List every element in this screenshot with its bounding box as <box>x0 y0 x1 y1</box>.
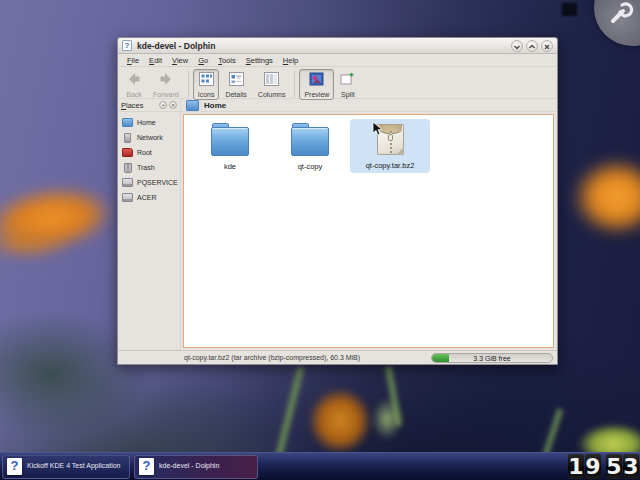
window-app-icon: ? <box>122 40 132 51</box>
menu-edit[interactable]: Edit <box>144 56 167 65</box>
plasma-cashew-button[interactable] <box>594 0 640 46</box>
back-button[interactable]: Back <box>121 69 147 100</box>
task-kickoff-test-app[interactable]: ? Kickoff KDE 4 Test Application <box>2 455 130 479</box>
file-view[interactable]: kde qt-copy qt-copy.tar.bz2 <box>183 114 554 348</box>
folder-icon <box>211 127 249 156</box>
taskbar-panel: ? Kickoff KDE 4 Test Application ? kde-d… <box>0 452 640 480</box>
place-item-root[interactable]: Root <box>118 145 180 160</box>
wallpaper-flower-bud <box>308 388 372 454</box>
main-toolbar: Back Forward Icons Details Columns Previ… <box>118 67 557 99</box>
mouse-cursor <box>372 121 384 141</box>
place-item-network[interactable]: Network <box>118 130 180 145</box>
capacity-label: 3.3 GiB free <box>432 354 552 362</box>
wallpaper-stem <box>273 366 306 456</box>
menu-view[interactable]: View <box>167 56 193 65</box>
root-folder-icon <box>122 148 133 157</box>
arrow-right-icon <box>158 72 174 90</box>
places-panel-header: Places • × <box>118 99 181 111</box>
clock-digit: 9 <box>585 454 601 479</box>
toolbar-separator <box>294 71 295 97</box>
forward-button[interactable]: Forward <box>148 69 184 100</box>
wallpaper-flower <box>572 158 640 236</box>
menu-go[interactable]: Go <box>193 56 213 65</box>
clock-digit: 1 <box>568 454 584 479</box>
columns-view-button[interactable]: Columns <box>253 69 291 100</box>
icons-view-button[interactable]: Icons <box>193 69 220 100</box>
panel-close-button[interactable]: × <box>169 101 177 109</box>
details-view-icon <box>229 72 244 90</box>
split-view-button[interactable]: Split <box>335 69 360 100</box>
trash-icon <box>124 163 132 173</box>
menu-settings[interactable]: Settings <box>241 56 278 65</box>
places-panel: Home Network Root Trash PQSERVICE ACER <box>118 112 181 350</box>
breadcrumb[interactable]: Home <box>181 100 226 111</box>
folder-icon <box>291 127 329 156</box>
place-item-acer[interactable]: ACER <box>118 190 180 205</box>
panel-header-row: Places • × Home <box>118 99 557 112</box>
menu-help[interactable]: Help <box>278 56 303 65</box>
details-view-button[interactable]: Details <box>220 69 251 100</box>
file-item-qt-copy-archive[interactable]: qt-copy.tar.bz2 <box>350 119 430 173</box>
places-panel-title: Places <box>121 101 157 110</box>
wallpaper-dark-patch <box>562 3 577 16</box>
preview-button[interactable]: Preview <box>299 69 334 100</box>
hard-drive-icon <box>122 178 133 187</box>
breadcrumb-home[interactable]: Home <box>204 101 226 110</box>
home-folder-icon <box>186 100 199 111</box>
question-mark-app-icon: ? <box>7 458 22 475</box>
clock-digit: 3 <box>623 454 639 479</box>
arrow-left-icon <box>126 72 142 90</box>
split-view-icon <box>340 72 355 90</box>
file-item-qt-copy[interactable]: qt-copy <box>270 119 350 174</box>
toolbar-separator <box>188 71 189 97</box>
place-item-trash[interactable]: Trash <box>118 160 180 175</box>
menu-bar: File Edit View Go Tools Settings Help <box>118 54 557 67</box>
panel-float-button[interactable]: • <box>159 101 167 109</box>
dolphin-window: ? kde-devel - Dolphin File Edit View Go … <box>117 37 558 365</box>
home-folder-icon <box>122 118 133 127</box>
wallpaper-flower <box>0 225 70 259</box>
hard-drive-icon <box>122 193 133 202</box>
menu-tools[interactable]: Tools <box>213 56 241 65</box>
maximize-button[interactable] <box>526 40 538 52</box>
wallpaper-stem <box>541 408 565 457</box>
chevron-up-icon <box>528 37 536 55</box>
status-info-text: qt-copy.tar.bz2 (tar archive (bzip-compr… <box>184 354 431 361</box>
close-icon <box>543 37 551 55</box>
status-bar: qt-copy.tar.bz2 (tar archive (bzip-compr… <box>118 350 557 364</box>
file-item-kde[interactable]: kde <box>190 119 270 174</box>
question-mark-app-icon: ? <box>139 458 154 475</box>
close-button[interactable] <box>541 40 553 52</box>
wallpaper-flower-bud <box>372 398 402 440</box>
chevron-down-icon <box>513 37 521 55</box>
columns-view-icon <box>264 72 279 90</box>
clock-digit: 5 <box>606 454 622 479</box>
disk-capacity-bar: 3.3 GiB free <box>431 353 553 363</box>
place-item-home[interactable]: Home <box>118 115 180 130</box>
icons-view-icon <box>199 72 214 90</box>
task-dolphin[interactable]: ? kde-devel - Dolphin <box>134 455 258 479</box>
network-icon <box>124 133 131 143</box>
digital-clock-widget[interactable]: 1 9 5 3 <box>568 454 639 479</box>
title-bar[interactable]: ? kde-devel - Dolphin <box>118 38 557 54</box>
minimize-button[interactable] <box>511 40 523 52</box>
place-item-pqservice[interactable]: PQSERVICE <box>118 175 180 190</box>
preview-icon <box>309 72 324 90</box>
menu-file[interactable]: File <box>122 56 144 65</box>
window-title: kde-devel - Dolphin <box>137 41 508 51</box>
